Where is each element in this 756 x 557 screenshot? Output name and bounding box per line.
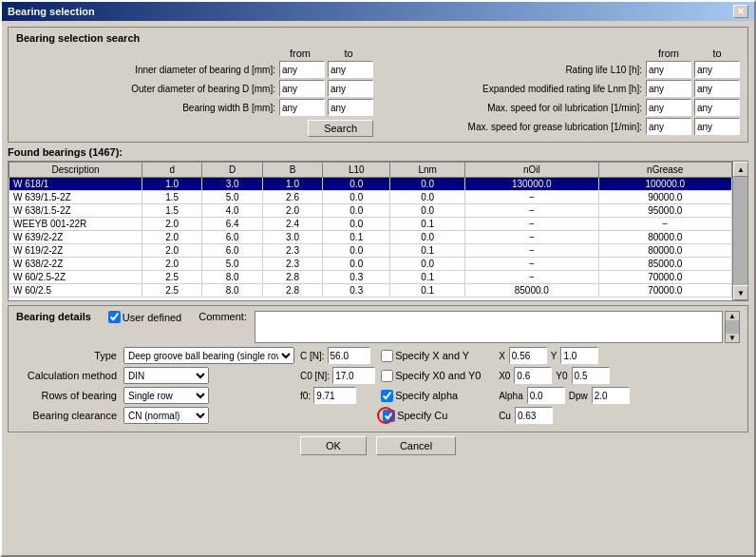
lnm-to[interactable] bbox=[694, 80, 740, 97]
oil-label: Max. speed for oil lubrication [1/min]: bbox=[383, 103, 646, 113]
clearance-label: Bearing clearance bbox=[16, 410, 121, 421]
window-title: Bearing selection bbox=[8, 6, 95, 17]
type-select[interactable]: Deep groove ball bearing (single row) bbox=[123, 347, 294, 364]
inner-d-inputs bbox=[279, 61, 373, 78]
v-scrollbar: ▲ ▼ bbox=[732, 162, 747, 300]
found-section: Found bearings (1467): Description d D B… bbox=[8, 146, 748, 301]
table-row[interactable]: W 639/1.5-2Z1.55.02.60.00.0−90000.0 bbox=[9, 191, 732, 204]
user-defined-checkbox[interactable] bbox=[108, 311, 121, 323]
type-label: Type bbox=[16, 350, 121, 361]
table-container: Description d D B L10 Lnm nOil nGrease bbox=[8, 161, 748, 301]
clearance-select[interactable]: CN (normal) bbox=[123, 407, 209, 424]
cu-label: Cu bbox=[499, 411, 511, 421]
oil-from[interactable] bbox=[646, 99, 691, 116]
from-to-header-left: from to bbox=[16, 48, 373, 59]
from-label-r: from bbox=[646, 48, 691, 59]
specify-xy-label[interactable]: Specify X and Y bbox=[381, 350, 495, 362]
l10-from[interactable] bbox=[646, 61, 691, 78]
width-from[interactable] bbox=[279, 99, 325, 116]
width-inputs bbox=[279, 99, 373, 116]
col-Lnm: Lnm bbox=[390, 163, 465, 178]
specify-cu-label[interactable]: Specify Cu bbox=[381, 410, 495, 422]
comment-input[interactable] bbox=[255, 311, 723, 343]
scroll-up-btn[interactable]: ▲ bbox=[733, 162, 748, 177]
c-n-input[interactable] bbox=[328, 347, 370, 364]
specify-x0y0-checkbox[interactable] bbox=[381, 370, 393, 382]
dpw-label: Dpw bbox=[569, 391, 588, 401]
comment-scroll-down[interactable]: ▼ bbox=[726, 334, 739, 342]
specify-x0y0-label[interactable]: Specify X0 and Y0 bbox=[381, 370, 495, 382]
l10-inputs bbox=[646, 61, 740, 78]
lnm-from[interactable] bbox=[646, 80, 691, 97]
col-d: d bbox=[142, 163, 202, 178]
search-button[interactable]: Search bbox=[308, 120, 373, 137]
width-to[interactable] bbox=[328, 99, 373, 116]
specify-x0y0-text: Specify X0 and Y0 bbox=[395, 370, 481, 381]
col-nGrease: nGrease bbox=[598, 163, 731, 178]
outer-d-to[interactable] bbox=[328, 80, 373, 97]
alpha-input[interactable] bbox=[527, 387, 565, 404]
user-defined-label[interactable]: User defined bbox=[108, 311, 181, 323]
outer-d-label: Outer diameter of bearing D [mm]: bbox=[16, 84, 279, 94]
grease-from[interactable] bbox=[646, 118, 691, 135]
y-input[interactable] bbox=[560, 347, 598, 364]
details-header: Bearing details User defined Comment: ▲ … bbox=[16, 311, 740, 343]
search-section: Bearing selection search from to Inner d… bbox=[8, 27, 748, 143]
rows-row: Rows of bearing Single row bbox=[16, 387, 294, 404]
field-row-oil: Max. speed for oil lubrication [1/min]: bbox=[383, 99, 740, 116]
table-row[interactable]: WEEYB 001-22R2.06.42.40.00.1−− bbox=[9, 218, 732, 231]
c0-n-input[interactable] bbox=[332, 367, 375, 384]
table-row[interactable]: W 638/2-2Z2.05.02.30.00.0−85000.0 bbox=[9, 258, 732, 271]
specify-xy-row: Specify X and Y X Y bbox=[381, 347, 740, 364]
details-title: Bearing details bbox=[16, 311, 91, 322]
cancel-button[interactable]: Cancel bbox=[376, 436, 456, 455]
l10-to[interactable] bbox=[694, 61, 740, 78]
specify-cu-checkbox[interactable] bbox=[383, 410, 395, 422]
f0-input[interactable] bbox=[313, 387, 356, 404]
table-row[interactable]: W 639/2-2Z2.06.03.00.10.0−80000.0 bbox=[9, 231, 732, 244]
table-row[interactable]: W 60/2.52.58.02.80.30.185000.070000.0 bbox=[9, 284, 732, 298]
table-row[interactable]: W 60/2.5-2Z2.58.02.80.30.1−70000.0 bbox=[9, 271, 732, 284]
f0-row: f0: bbox=[300, 387, 375, 404]
field-row-inner-d: Inner diameter of bearing d [mm]: bbox=[16, 61, 373, 78]
specify-alpha-checkbox[interactable] bbox=[381, 390, 393, 402]
grease-to[interactable] bbox=[694, 118, 740, 135]
scroll-down-btn[interactable]: ▼ bbox=[733, 285, 748, 300]
bearing-selection-window: Bearing selection ✕ Bearing selection se… bbox=[0, 0, 756, 557]
l10-label: Rating life L10 [h]: bbox=[383, 65, 646, 75]
cu-input[interactable] bbox=[515, 407, 553, 424]
table-row[interactable]: W 638/1.5-2Z1.54.02.00.00.0−95000.0 bbox=[9, 204, 732, 218]
grease-inputs bbox=[646, 118, 740, 135]
table-row[interactable]: W 618/11.03.01.00.00.0130000.0100000.0 bbox=[9, 178, 732, 191]
comment-scroll-up[interactable]: ▲ bbox=[726, 312, 739, 320]
close-button[interactable]: ✕ bbox=[733, 5, 748, 18]
oil-to[interactable] bbox=[694, 99, 740, 116]
specify-alpha-label[interactable]: Specify alpha bbox=[381, 390, 495, 402]
comment-track bbox=[726, 320, 739, 334]
x0-label: X0 bbox=[499, 371, 510, 381]
specify-xy-checkbox[interactable] bbox=[381, 350, 393, 362]
outer-d-from[interactable] bbox=[279, 80, 325, 97]
x-input[interactable] bbox=[509, 347, 547, 364]
specify-alpha-text: Specify alpha bbox=[395, 390, 458, 401]
search-title: Bearing selection search bbox=[16, 32, 740, 44]
col-description: Description bbox=[9, 163, 142, 178]
table-row[interactable]: W 619/2-2Z2.06.02.30.00.1−80000.0 bbox=[9, 244, 732, 258]
col-L10: L10 bbox=[323, 163, 390, 178]
ok-button[interactable]: OK bbox=[300, 436, 367, 455]
ok-cancel-row: OK Cancel bbox=[8, 436, 748, 455]
c0-row: C0 [N]: bbox=[300, 367, 375, 384]
x0-input[interactable] bbox=[514, 367, 552, 384]
alpha-label: Alpha bbox=[499, 391, 523, 401]
dpw-input[interactable] bbox=[592, 387, 630, 404]
specify-alpha-row: Specify alpha Alpha Dpw bbox=[381, 387, 740, 404]
inner-d-to[interactable] bbox=[328, 61, 373, 78]
y0-input[interactable] bbox=[572, 367, 610, 384]
rows-select[interactable]: Single row bbox=[123, 387, 209, 404]
inner-d-from[interactable] bbox=[279, 61, 325, 78]
calc-method-select[interactable]: DIN bbox=[123, 367, 209, 384]
rows-label: Rows of bearing bbox=[16, 390, 121, 401]
field-row-lnm: Expanded modified rating life Lnm [h]: bbox=[383, 80, 740, 97]
details-right: Specify X and Y X Y Specify X0 and Y0 bbox=[381, 347, 740, 427]
y0-label: Y0 bbox=[556, 371, 567, 381]
